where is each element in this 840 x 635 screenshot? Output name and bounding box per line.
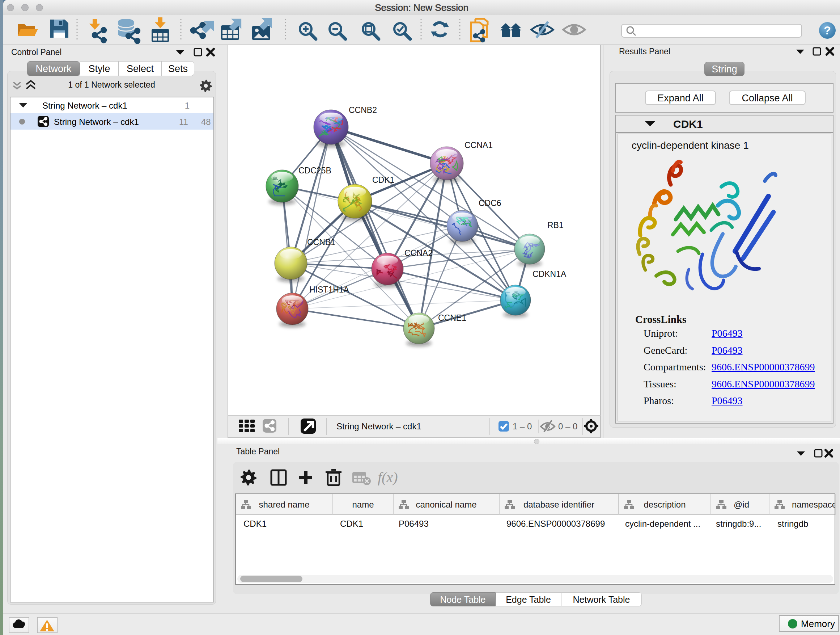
svg-text:HIST1H1A: HIST1H1A <box>309 285 349 295</box>
svg-text:f(x): f(x) <box>378 469 398 486</box>
svg-text:1 – 0: 1 – 0 <box>513 421 532 431</box>
svg-text:CCNA1: CCNA1 <box>464 141 493 150</box>
svg-text:CDK1: CDK1 <box>673 118 703 130</box>
svg-text:CCNA2: CCNA2 <box>404 249 433 258</box>
svg-text:CDC6: CDC6 <box>478 198 501 208</box>
svg-text:CDK1: CDK1 <box>372 175 394 185</box>
svg-text:CDKN1A: CDKN1A <box>532 269 567 279</box>
svg-text:RB1: RB1 <box>547 220 564 230</box>
svg-text:CDC25B: CDC25B <box>298 166 332 175</box>
svg-text:String Network – cdk1: String Network – cdk1 <box>336 421 422 431</box>
svg-text:0 – 0: 0 – 0 <box>558 421 577 431</box>
svg-text:CCNE1: CCNE1 <box>438 313 466 323</box>
svg-text:CCNB2: CCNB2 <box>349 105 377 115</box>
svg-text:CCNB1: CCNB1 <box>307 238 335 247</box>
